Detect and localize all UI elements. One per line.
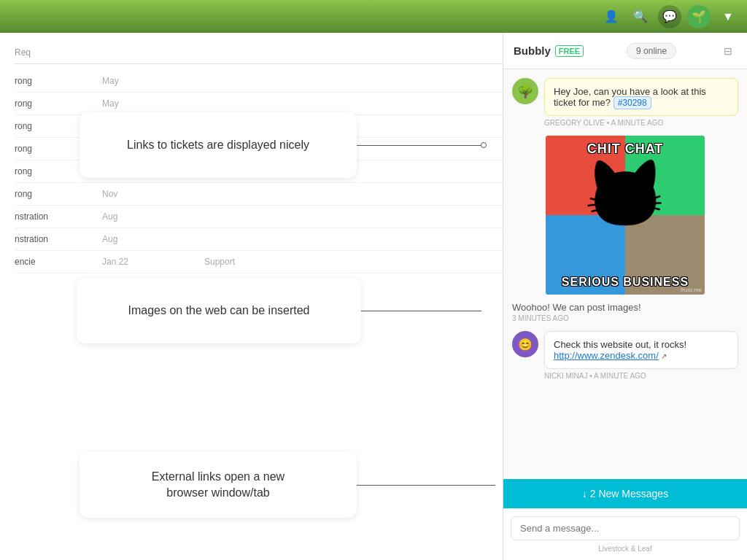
top-navigation-bar: 👤 🔍 💬 🌱 ▼: [0, 0, 747, 33]
message-bubble-2: Check this website out, it rocks! http:/…: [544, 331, 738, 369]
annotation-line-2: [361, 311, 481, 311]
message-author-1: GREGORY OLIVE: [544, 119, 605, 127]
message-author-2: NICKI MINAJ: [544, 372, 587, 380]
annotation-text-3-line1: External links open a new: [152, 469, 285, 485]
external-link[interactable]: http://www.zendesk.com/: [554, 350, 659, 361]
chat-icon[interactable]: 💬: [658, 5, 681, 28]
meme-cat-emoji: 🐱: [584, 161, 666, 227]
message-meta-2: NICKI MINAJ • A MINUTE AGO: [544, 372, 738, 380]
message-text-2: Check this website out, it rocks!: [554, 339, 729, 350]
meme-caption: Woohoo! We can post images!: [512, 302, 738, 313]
row-label: nstration: [15, 234, 102, 244]
annotation-line-1: [357, 145, 484, 146]
chat-messages-list: 🌳 Hey Joe, can you have a look at this t…: [503, 69, 747, 479]
avatar-gregory: 🌳: [512, 78, 538, 104]
person-icon[interactable]: 👤: [600, 5, 623, 28]
row-label: rong: [15, 189, 102, 199]
row-label: encie: [15, 257, 102, 267]
chat-online-count: 9 online: [627, 43, 676, 59]
chat-meme-image: CHIT CHAT 🐱 SERIOUS BUSINESS frust.me Wo…: [512, 136, 738, 322]
row-date: Aug: [102, 211, 190, 222]
row-label: rong: [15, 98, 102, 109]
top-bar-icons: 👤 🔍 💬 🌱 ▼: [600, 5, 740, 28]
row-date: Nov: [102, 189, 190, 199]
chat-name: Bubbly: [514, 44, 551, 57]
chat-free-badge: FREE: [555, 45, 584, 57]
row-date: May: [102, 76, 190, 86]
chat-header: Bubbly FREE 9 online ⊟: [503, 33, 747, 69]
row-support: Support: [204, 257, 292, 267]
annotation-line-3: [357, 485, 495, 486]
chat-collapse-button[interactable]: ⊟: [719, 42, 737, 60]
meme-watermark: frust.me: [681, 287, 702, 293]
chat-footer-brand: Livestock & Leaf: [511, 545, 740, 553]
chat-title: Bubbly FREE: [514, 44, 584, 57]
chat-input-area: Livestock & Leaf: [503, 508, 747, 560]
ticket-link[interactable]: #30298: [614, 96, 651, 109]
message-meta-1: GREGORY OLIVE • A MINUTE AGO: [544, 119, 738, 127]
meme-time: 3 MINUTES AGO: [512, 314, 738, 322]
external-link-icon: ↗: [661, 352, 667, 360]
annotation-dot-1: [481, 142, 487, 148]
profile-dropdown[interactable]: ▼: [716, 5, 740, 28]
annotation-box-1: Links to tickets are displayed nicely: [80, 112, 357, 178]
annotation-text-2: Images on the web can be inserted: [128, 303, 309, 319]
chat-panel: Bubbly FREE 9 online ⊟ 🌳 Hey Joe, can yo…: [503, 33, 747, 560]
message-link-row: http://www.zendesk.com/ ↗: [554, 350, 729, 361]
row-label: nstration: [15, 211, 102, 222]
chat-message-2: 😊 Check this website out, it rocks! http…: [512, 331, 738, 380]
annotation-text-1: Links to tickets are displayed nicely: [127, 137, 309, 153]
row-date: Jan 22: [102, 257, 190, 267]
table-col-req: Req: [15, 47, 102, 58]
meme-top-text: CHIT CHAT: [546, 141, 705, 157]
annotation-box-3: External links open a new browser window…: [80, 452, 357, 518]
annotation-box-2: Images on the web can be inserted: [77, 278, 361, 343]
message-bubble-1: Hey Joe, can you have a look at this tic…: [544, 78, 738, 116]
chat-message-input[interactable]: [511, 516, 740, 540]
chat-message-1: 🌳 Hey Joe, can you have a look at this t…: [512, 78, 738, 127]
avatar-nicki: 😊: [512, 331, 538, 357]
annotation-text-3-line2: browser window/tab: [166, 485, 269, 501]
new-messages-bar[interactable]: ↓ 2 New Messages: [503, 479, 747, 508]
message-time-2: A MINUTE AGO: [594, 372, 646, 380]
row-label: rong: [15, 76, 102, 86]
row-date: Aug: [102, 234, 190, 244]
search-icon[interactable]: 🔍: [629, 5, 652, 28]
apps-icon[interactable]: 🌱: [687, 5, 711, 28]
row-date: May: [102, 98, 190, 109]
message-time-1: A MINUTE AGO: [611, 119, 664, 127]
meme-image-container: CHIT CHAT 🐱 SERIOUS BUSINESS frust.me: [546, 136, 705, 295]
